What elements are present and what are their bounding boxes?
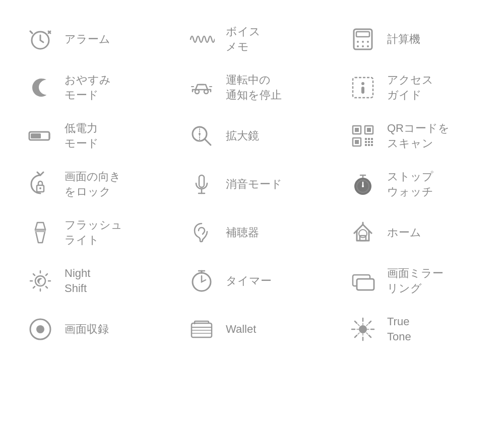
low-power-icon	[25, 121, 55, 151]
svg-rect-33	[368, 144, 370, 146]
driving-label: 運転中の 通知を停止	[226, 72, 282, 102]
svg-point-8	[367, 45, 369, 47]
wallet-label: Wallet	[226, 322, 256, 337]
low-power-label: 低電力 モード	[65, 121, 99, 151]
grid-item-low-power[interactable]: 低電力 モード	[10, 112, 171, 160]
svg-line-80	[366, 324, 368, 326]
svg-point-6	[357, 45, 359, 47]
svg-rect-32	[365, 144, 367, 146]
grid-item-wallet[interactable]: Wallet	[171, 305, 333, 353]
svg-rect-28	[371, 138, 373, 140]
svg-line-72	[369, 321, 371, 323]
svg-rect-26	[365, 138, 367, 140]
qr-code-label: QRコードを スキャン	[387, 121, 450, 151]
grid-item-magnifier[interactable]: 拡大鏡	[171, 112, 333, 160]
svg-rect-29	[365, 141, 367, 143]
svg-point-9	[195, 90, 199, 94]
voice-memo-label: ボイス メモ	[226, 24, 261, 54]
svg-line-73	[355, 335, 357, 337]
svg-line-71	[369, 335, 371, 337]
svg-rect-27	[368, 138, 370, 140]
screen-record-icon	[25, 314, 55, 344]
grid-item-accessibility[interactable]: アクセス ガイド	[333, 63, 494, 112]
svg-rect-30	[368, 141, 370, 143]
grid-item-qr-code[interactable]: QRコードを スキャン	[333, 112, 494, 160]
mute-icon	[186, 169, 217, 199]
wallet-icon	[186, 314, 217, 344]
flashlight-icon	[25, 218, 55, 248]
svg-rect-23	[367, 128, 371, 132]
svg-point-42	[362, 185, 364, 187]
svg-rect-58	[357, 279, 374, 290]
driving-icon	[186, 72, 217, 103]
accessibility-label: アクセス ガイド	[387, 72, 433, 102]
grid-item-night-shift[interactable]: Night Shift	[10, 257, 171, 305]
grid-item-calculator[interactable]: 計算機	[333, 15, 494, 63]
calculator-label: 計算機	[387, 32, 420, 47]
icon-grid: アラーム ボイス メモ 計算機 おやすみ モード 運転中の 通知を停止 アクセス…	[10, 15, 494, 353]
home-icon	[348, 218, 378, 248]
true-tone-label: True Tone	[387, 314, 411, 344]
grid-item-rotation-lock[interactable]: 画面の向き をロック	[10, 160, 171, 208]
svg-line-79	[366, 333, 368, 334]
grid-item-do-not-disturb[interactable]: おやすみ モード	[10, 63, 171, 112]
grid-item-home[interactable]: ホーム	[333, 208, 494, 257]
grid-item-stopwatch[interactable]: ストップ ウォッチ	[333, 160, 494, 208]
grid-item-hearing[interactable]: 補聴器	[171, 208, 333, 257]
svg-rect-13	[361, 87, 364, 94]
grid-item-driving[interactable]: 運転中の 通知を停止	[171, 63, 333, 112]
svg-rect-21	[355, 128, 359, 132]
svg-point-46	[35, 276, 45, 286]
svg-line-81	[358, 333, 359, 334]
grid-item-voice-memo[interactable]: ボイス メモ	[171, 15, 333, 63]
hearing-label: 補聴器	[226, 225, 259, 240]
svg-point-65	[359, 325, 367, 333]
grid-item-timer[interactable]: タイマー	[171, 257, 333, 305]
do-not-disturb-icon	[25, 72, 55, 103]
calculator-icon	[348, 24, 378, 54]
voice-memo-icon	[186, 24, 217, 54]
screen-mirror-label: 画面ミラー リング	[387, 266, 444, 296]
svg-point-5	[367, 41, 369, 43]
accessibility-icon	[348, 72, 378, 103]
grid-item-mute[interactable]: 消音モード	[171, 160, 333, 208]
rotation-lock-icon	[25, 169, 55, 199]
alarm-label: アラーム	[65, 32, 110, 47]
grid-item-true-tone[interactable]: True Tone	[333, 305, 494, 353]
stopwatch-label: ストップ ウォッチ	[387, 169, 433, 199]
screen-record-label: 画面収録	[65, 322, 109, 337]
do-not-disturb-label: おやすみ モード	[65, 72, 111, 102]
stopwatch-icon	[348, 169, 378, 199]
timer-label: タイマー	[226, 273, 272, 288]
night-shift-label: Night Shift	[65, 266, 90, 296]
home-label: ホーム	[387, 225, 421, 240]
flashlight-label: フラッシュ ライト	[65, 218, 122, 247]
rotation-lock-label: 画面の向き をロック	[65, 169, 121, 199]
svg-point-61	[36, 325, 44, 333]
svg-rect-34	[371, 144, 373, 146]
grid-item-screen-mirror[interactable]: 画面ミラー リング	[333, 257, 494, 305]
night-shift-icon	[25, 266, 55, 296]
svg-rect-31	[371, 141, 373, 143]
grid-item-screen-record[interactable]: 画面収録	[10, 305, 171, 353]
hearing-icon	[186, 218, 217, 248]
mute-label: 消音モード	[226, 177, 282, 192]
svg-rect-15	[31, 133, 41, 138]
svg-point-3	[357, 41, 359, 43]
svg-line-54	[33, 286, 35, 288]
svg-rect-25	[355, 140, 359, 144]
svg-rect-43	[35, 230, 45, 232]
svg-point-36	[39, 187, 41, 189]
svg-line-78	[358, 324, 359, 326]
svg-line-52	[46, 286, 47, 288]
magnifier-label: 拡大鏡	[226, 128, 259, 143]
timer-icon	[186, 266, 217, 296]
true-tone-icon	[348, 314, 378, 344]
svg-point-7	[362, 45, 364, 47]
svg-point-10	[204, 90, 208, 94]
grid-item-alarm[interactable]: アラーム	[10, 15, 171, 63]
svg-point-12	[361, 82, 364, 85]
alarm-icon	[25, 24, 55, 54]
grid-item-flashlight[interactable]: フラッシュ ライト	[10, 208, 171, 257]
svg-line-53	[46, 274, 47, 275]
